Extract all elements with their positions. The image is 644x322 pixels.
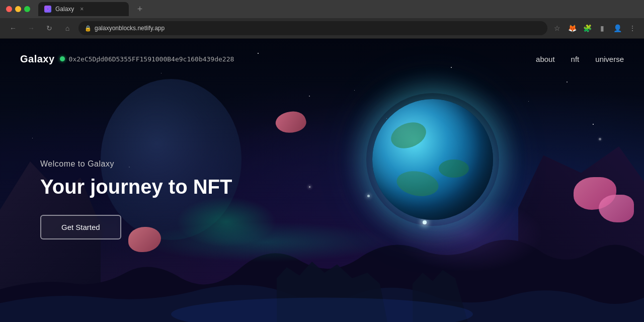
minimize-window-button[interactable] [15, 6, 21, 12]
browser-chrome: Galaxy × + ← → ↻ ⌂ 🔒 galaxyonblocks.netl… [0, 0, 644, 39]
main-planet [372, 99, 493, 220]
traffic-lights [6, 6, 30, 12]
get-started-button[interactable]: Get Started [40, 215, 121, 239]
profile-icon[interactable]: 👤 [612, 23, 623, 34]
home-button[interactable]: ⌂ [60, 21, 74, 35]
nav-universe[interactable]: universe [595, 55, 624, 63]
menu-icon[interactable]: ⋮ [627, 23, 638, 34]
browser-toolbar: ← → ↻ ⌂ 🔒 galaxyonblocks.netlify.app ☆ 🦊… [0, 18, 644, 38]
address-bar[interactable]: 🔒 galaxyonblocks.netlify.app [78, 21, 547, 35]
navbar-nav: about nft universe [536, 55, 624, 63]
navbar: Galaxy 0x2eC5Ddd06D5355FF1591000B4e9c160… [0, 39, 644, 79]
nav-about[interactable]: about [536, 55, 555, 63]
hero-subtitle: Welcome to Galaxy [40, 159, 232, 169]
glow-dot-1 [367, 195, 370, 197]
maximize-window-button[interactable] [24, 6, 30, 12]
extension-fox-icon[interactable]: 🦊 [567, 23, 578, 34]
website-content: Galaxy 0x2eC5Ddd06D5355FF1591000B4e9c160… [0, 39, 644, 322]
nav-nft[interactable]: nft [571, 55, 580, 63]
browser-tab[interactable]: Galaxy × [38, 2, 129, 16]
wallet-address: 0x2eC5Ddd06D5355FF1591000B4e9c160b439de2… [69, 55, 234, 63]
brand-name: Galaxy [20, 53, 55, 65]
reload-button[interactable]: ↻ [42, 21, 56, 35]
svg-point-1 [47, 8, 49, 10]
wallet-indicator: 0x2eC5Ddd06D5355FF1591000B4e9c160b439de2… [60, 55, 234, 63]
tab-close-button[interactable]: × [80, 6, 84, 13]
cast-icon[interactable]: ▮ [597, 23, 608, 34]
extension-puzzle-icon[interactable]: 🧩 [582, 23, 593, 34]
hero-content: Welcome to Galaxy Your journey to NFT Ge… [40, 159, 232, 239]
navbar-brand: Galaxy 0x2eC5Ddd06D5355FF1591000B4e9c160… [20, 53, 234, 65]
toolbar-actions: ☆ 🦊 🧩 ▮ 👤 ⋮ [551, 23, 638, 34]
hero-title: Your journey to NFT [40, 175, 232, 199]
tab-favicon-icon [44, 6, 51, 13]
bookmark-icon[interactable]: ☆ [551, 23, 562, 34]
forward-button[interactable]: → [24, 21, 38, 35]
browser-titlebar: Galaxy × + [0, 0, 644, 18]
new-tab-button[interactable]: + [133, 2, 147, 16]
rock-right-mid [599, 195, 634, 222]
back-button[interactable]: ← [6, 21, 20, 35]
close-window-button[interactable] [6, 6, 12, 12]
tab-title: Galaxy [55, 6, 74, 13]
url-text: galaxyonblocks.netlify.app [95, 25, 165, 32]
lock-icon: 🔒 [85, 25, 92, 32]
wallet-connected-dot [60, 56, 65, 61]
glow-dot-center [423, 220, 427, 224]
